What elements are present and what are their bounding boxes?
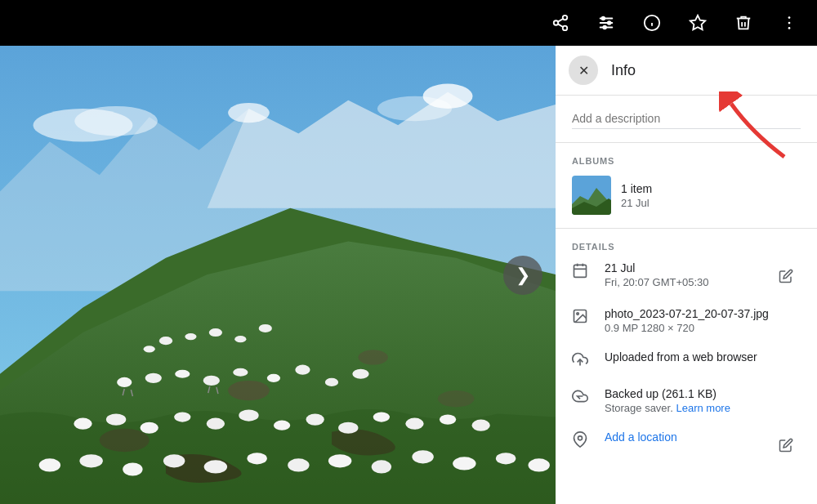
filename-sub: 0.9 MP 1280 × 720 [605,322,801,334]
svg-point-38 [325,378,338,386]
info-panel-title: Info [611,62,636,79]
add-location-button[interactable]: Add a location [605,430,758,444]
svg-point-52 [471,420,489,431]
svg-point-42 [141,422,158,434]
svg-point-54 [79,454,102,467]
upload-main: Uploaded from a web browser [605,350,801,364]
svg-point-45 [239,409,258,421]
info-icon[interactable] [637,8,667,38]
svg-point-51 [440,415,456,425]
svg-point-30 [144,346,155,352]
svg-point-35 [233,368,248,377]
svg-point-22 [438,390,475,407]
svg-rect-75 [574,265,587,277]
upload-detail-content: Uploaded from a web browser [605,350,801,364]
date-sub: Fri, 20:07 GMT+05:30 [605,276,758,288]
albums-label: ALBUMS [572,156,801,166]
location-icon [572,431,592,451]
info-panel: ✕ Info ALBUMS [556,46,817,504]
image-icon [572,308,592,328]
sliders-icon[interactable] [592,8,621,38]
filename-detail-row: photo_2023-07-21_20-07-37.jpg 0.9 MP 128… [572,307,801,334]
svg-point-44 [207,418,225,430]
upload-icon [572,351,592,371]
filename-detail-content: photo_2023-07-21_20-07-37.jpg 0.9 MP 128… [605,307,801,334]
photo-background [0,46,556,504]
date-detail-content: 21 Jul Fri, 20:07 GMT+05:30 [605,261,758,288]
location-detail-content[interactable]: Add a location [605,430,758,444]
svg-point-53 [39,458,60,471]
svg-point-10 [603,26,606,29]
svg-point-40 [74,418,92,430]
star-icon[interactable] [683,8,712,38]
backup-sub-prefix: Storage saver. [605,402,673,414]
albums-section: ALBUMS 1 item 21 Jul [556,143,817,229]
svg-point-62 [412,450,433,463]
svg-point-26 [185,333,196,340]
svg-point-43 [174,412,190,421]
share-icon[interactable] [546,8,575,38]
filename-main: photo_2023-07-21_20-07-37.jpg [605,307,801,320]
next-arrow-button[interactable]: ❯ [503,256,542,295]
svg-point-65 [529,458,550,471]
svg-point-24 [228,103,270,123]
close-icon: ✕ [578,63,589,78]
svg-point-55 [123,462,142,475]
close-button[interactable]: ✕ [569,56,598,85]
backup-main: Backed up (261.1 KB) [605,387,801,400]
svg-point-60 [328,454,351,467]
toolbar [0,0,817,46]
svg-point-37 [295,365,310,375]
album-date: 21 Jul [621,197,652,209]
svg-point-25 [159,337,172,345]
location-detail-row: Add a location [572,430,801,460]
svg-point-71 [74,106,157,136]
description-input[interactable] [572,109,801,128]
date-detail-row: 21 Jul Fri, 20:07 GMT+05:30 [572,261,801,291]
svg-point-39 [352,369,368,379]
svg-point-80 [577,313,579,315]
svg-point-31 [117,377,132,387]
svg-line-3 [558,24,563,27]
svg-point-34 [203,376,220,386]
calendar-icon [572,262,592,282]
date-main: 21 Jul [605,261,758,274]
svg-point-48 [338,422,358,434]
album-count: 1 item [621,182,652,195]
description-area[interactable] [556,96,817,143]
svg-point-27 [209,328,222,337]
upload-detail-row: Uploaded from a web browser [572,350,801,371]
svg-marker-14 [690,16,705,29]
svg-point-82 [578,436,583,440]
chevron-right-icon: ❯ [516,265,530,286]
svg-point-29 [259,324,272,332]
svg-point-47 [306,414,324,426]
svg-point-63 [453,457,475,470]
trash-icon[interactable] [729,8,758,38]
svg-point-56 [163,454,185,467]
svg-point-9 [608,21,611,25]
main-content: ❯ ✕ Info [0,46,817,504]
svg-point-72 [377,96,452,121]
details-label: DETAILS [572,242,801,252]
svg-point-58 [247,453,266,464]
svg-point-50 [405,418,423,430]
location-edit-button[interactable] [771,430,801,460]
svg-point-41 [106,414,126,426]
album-item[interactable]: 1 item 21 Jul [572,176,801,215]
svg-point-49 [373,412,390,421]
svg-point-36 [267,374,280,382]
svg-point-64 [496,453,516,464]
svg-point-8 [602,17,605,20]
learn-more-link[interactable]: Learn more [676,402,730,414]
details-section: DETAILS 21 Jul Fri, 20:07 GMT+05:30 [556,229,817,489]
backup-detail-content: Backed up (261.1 KB) Storage saver. Lear… [605,387,801,414]
date-edit-button[interactable] [771,261,801,291]
svg-point-59 [288,458,309,471]
svg-point-32 [145,373,162,383]
svg-point-16 [788,22,791,25]
backup-detail-row: Backed up (261.1 KB) Storage saver. Lear… [572,387,801,414]
description-underline [572,128,801,129]
more-vertical-icon[interactable] [775,8,804,38]
album-thumbnail [572,176,611,215]
